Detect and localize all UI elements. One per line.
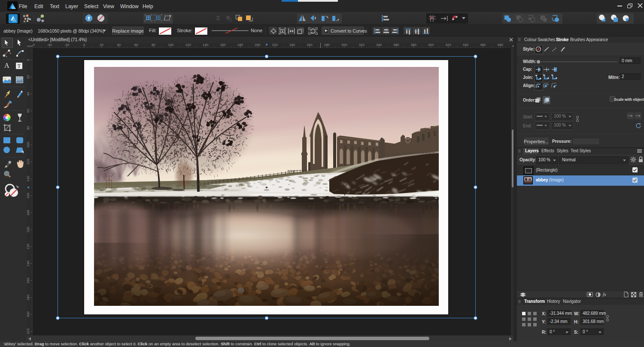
svg-text:260: 260 <box>27 278 30 284</box>
svg-text:T: T <box>18 63 21 69</box>
svg-text:40: 40 <box>117 43 121 47</box>
svg-text:360: 360 <box>393 43 399 47</box>
svg-text:460: 460 <box>480 43 486 47</box>
svg-text:180: 180 <box>27 210 30 216</box>
svg-text:200: 200 <box>27 226 30 232</box>
svg-text:100: 100 <box>27 142 30 148</box>
svg-text:280: 280 <box>27 294 30 300</box>
svg-text:380: 380 <box>411 43 417 47</box>
svg-text:160: 160 <box>220 43 226 47</box>
svg-text:140: 140 <box>203 43 209 47</box>
svg-text:280: 280 <box>324 43 330 47</box>
svg-text:480: 480 <box>498 43 504 47</box>
svg-text:40: 40 <box>27 92 30 96</box>
svg-text:240: 240 <box>27 260 30 266</box>
svg-text:240: 240 <box>289 43 295 47</box>
svg-text:300: 300 <box>341 43 347 47</box>
svg-text:320: 320 <box>27 328 30 334</box>
svg-text:220: 220 <box>272 43 278 47</box>
svg-text:120: 120 <box>185 43 191 47</box>
svg-text:300: 300 <box>27 311 30 317</box>
svg-text:180: 180 <box>237 43 243 47</box>
svg-text:20: 20 <box>27 75 30 79</box>
svg-text:440: 440 <box>463 43 469 47</box>
svg-text:220: 220 <box>27 244 30 250</box>
svg-text:0: 0 <box>27 59 30 61</box>
svg-text:160: 160 <box>27 193 30 199</box>
svg-text:100: 100 <box>168 43 174 47</box>
svg-text:140: 140 <box>27 176 30 182</box>
svg-text:60: 60 <box>134 43 138 47</box>
svg-text:320: 320 <box>359 43 365 47</box>
svg-text:80: 80 <box>152 43 155 47</box>
svg-text:120: 120 <box>27 159 30 165</box>
svg-text:0: 0 <box>83 43 85 47</box>
svg-text:20: 20 <box>100 43 103 47</box>
svg-text:260: 260 <box>307 43 313 47</box>
svg-text:340: 340 <box>376 43 382 47</box>
svg-text:80: 80 <box>27 126 30 130</box>
svg-text:420: 420 <box>445 43 451 47</box>
svg-text:200: 200 <box>255 43 261 47</box>
svg-text:60: 60 <box>27 109 30 113</box>
svg-text:-40: -40 <box>47 43 52 47</box>
svg-text:400: 400 <box>428 43 434 47</box>
svg-text:-20: -20 <box>64 43 70 47</box>
